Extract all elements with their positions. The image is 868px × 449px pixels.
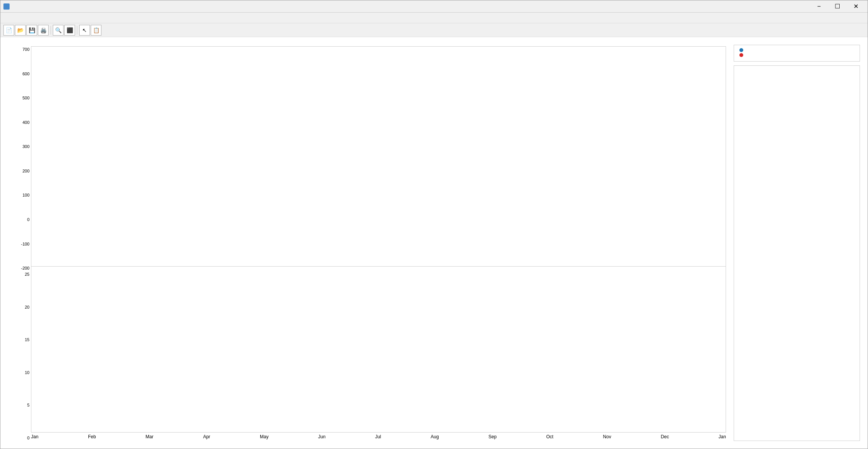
window-icon — [3, 3, 10, 10]
y-tick-15: 15 — [25, 337, 29, 342]
x-tick-sep: Sep — [488, 434, 496, 439]
toolbar-open[interactable]: 📂 — [15, 25, 26, 36]
y-tick-100: 100 — [23, 193, 29, 197]
menu-view[interactable] — [19, 16, 26, 20]
upper-plot — [31, 46, 726, 267]
x-tick-dec: Dec — [661, 434, 669, 439]
toolbar-print[interactable]: 🖨️ — [38, 25, 49, 36]
window-controls: − ☐ ✕ — [810, 0, 865, 13]
toolbar-new[interactable]: 📄 — [3, 25, 14, 36]
y-tick-25: 25 — [25, 272, 29, 277]
clean-dot — [739, 53, 743, 57]
x-tick-nov: Nov — [603, 434, 611, 439]
close-button[interactable]: ✕ — [847, 0, 865, 13]
chart-area: 700 600 500 400 300 200 100 0 -100 -200 … — [8, 45, 726, 441]
toolbar-full[interactable]: ⬛ — [64, 25, 75, 36]
menu-tools[interactable] — [36, 16, 43, 20]
toolbar: 📄 📂 💾 🖨️ 🔍 ⬛ ↖ 📋 — [0, 23, 868, 37]
y-tick-n200: -200 — [21, 266, 29, 270]
raw-clean-legend — [734, 45, 860, 62]
lower-plot — [31, 267, 726, 433]
y-tick-10: 10 — [25, 370, 29, 375]
y-tick-0: 0 — [27, 217, 29, 222]
flags-legend — [734, 65, 860, 441]
legend-area — [730, 45, 860, 441]
x-axis-labels: Jan Feb Mar Apr May Jun Jul Aug Sep Oct … — [31, 433, 726, 441]
menu-edit[interactable] — [10, 16, 18, 20]
menu-desktop[interactable] — [44, 16, 52, 20]
main-window: − ☐ ✕ 📄 📂 💾 🖨️ 🔍 ⬛ ↖ 📋 — [0, 0, 868, 449]
y-tick-0b: 0 — [27, 436, 29, 440]
menu-window[interactable] — [52, 16, 60, 20]
maximize-button[interactable]: ☐ — [829, 0, 846, 13]
y-tick-n100: -100 — [21, 242, 29, 246]
x-tick-feb: Feb — [88, 434, 96, 439]
x-tick-jan1: Jan — [31, 434, 38, 439]
legend-raw — [739, 48, 854, 52]
x-tick-may: May — [260, 434, 269, 439]
toolbar-sep2 — [77, 26, 77, 34]
x-tick-mar: Mar — [145, 434, 153, 439]
x-tick-jun: Jun — [318, 434, 325, 439]
title-bar: − ☐ ✕ — [0, 0, 868, 13]
x-tick-jan2: Jan — [719, 434, 726, 439]
raw-dot — [739, 48, 743, 52]
y-tick-700: 700 — [23, 47, 29, 52]
toolbar-sep1 — [51, 26, 51, 34]
menu-help[interactable] — [61, 16, 69, 20]
y-tick-500: 500 — [23, 96, 29, 100]
y-tick-200: 200 — [23, 169, 29, 173]
upper-canvas — [31, 47, 726, 266]
menu-insert[interactable] — [27, 16, 35, 20]
toolbar-select[interactable]: ↖ — [79, 25, 90, 36]
toolbar-save[interactable]: 💾 — [26, 25, 37, 36]
y-tick-5: 5 — [27, 403, 29, 407]
x-tick-oct: Oct — [546, 434, 553, 439]
y-tick-600: 600 — [23, 72, 29, 76]
x-tick-jul: Jul — [375, 434, 381, 439]
y-tick-300: 300 — [23, 144, 29, 149]
x-tick-apr: Apr — [203, 434, 210, 439]
x-tick-aug: Aug — [431, 434, 439, 439]
menu-bar — [0, 13, 868, 23]
menu-file[interactable] — [2, 16, 10, 20]
minimize-button[interactable]: − — [810, 0, 828, 13]
y-tick-20: 20 — [25, 305, 29, 309]
toolbar-pan[interactable]: 📋 — [91, 25, 101, 36]
content-area: 700 600 500 400 300 200 100 0 -100 -200 … — [0, 37, 868, 449]
y-tick-400: 400 — [23, 120, 29, 125]
legend-clean — [739, 53, 854, 57]
lower-canvas — [31, 267, 726, 432]
toolbar-zoom[interactable]: 🔍 — [53, 25, 64, 36]
